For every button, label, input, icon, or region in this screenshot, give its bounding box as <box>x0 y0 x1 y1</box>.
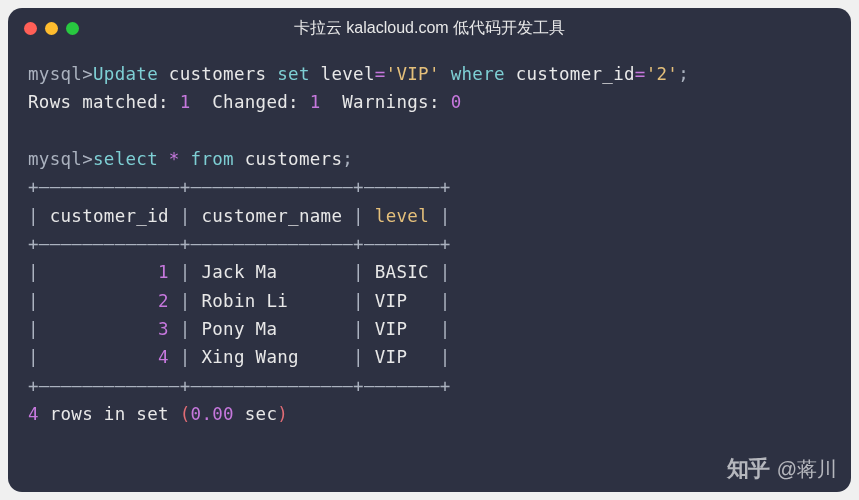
table-row: | 2 | Robin Li | VIP | <box>28 287 831 315</box>
table-name: customers <box>234 149 342 169</box>
changed-label: Changed: <box>191 92 310 112</box>
table-border-top: +—————————————+———————————————+———————+ <box>28 173 831 201</box>
rows-matched-value: 1 <box>180 92 191 112</box>
cell-name: Jack Ma <box>201 262 342 282</box>
col-header-level: level <box>375 206 429 226</box>
val-2: '2' <box>646 64 679 84</box>
semicolon: ; <box>678 64 689 84</box>
table-body: | 1 | Jack Ma | BASIC || 2 | Robin Li | … <box>28 258 831 371</box>
equals: = <box>375 64 386 84</box>
table-row: | 4 | Xing Wang | VIP | <box>28 343 831 371</box>
kw-update: Update <box>93 64 158 84</box>
time-value: 0.00 <box>191 404 234 424</box>
zhihu-logo: 知乎 <box>727 454 769 484</box>
cell-id: 3 <box>50 319 169 339</box>
col-header-name: customer_name <box>191 206 354 226</box>
maximize-icon[interactable] <box>66 22 79 35</box>
star: * <box>158 149 191 169</box>
cell-name: Robin Li <box>201 291 342 311</box>
table-border-bottom: +—————————————+———————————————+———————+ <box>28 372 831 400</box>
sec-label: sec <box>234 404 277 424</box>
semicolon: ; <box>342 149 353 169</box>
sql-select-line: mysql>select * from customers; <box>28 145 831 173</box>
sql-update-line: mysql>Update customers set level='VIP' w… <box>28 60 831 88</box>
warnings-label: Warnings: <box>321 92 451 112</box>
rows-matched-label: Rows matched: <box>28 92 180 112</box>
cell-id: 1 <box>50 262 169 282</box>
warnings-value: 0 <box>451 92 462 112</box>
changed-value: 1 <box>310 92 321 112</box>
cell-name: Pony Ma <box>201 319 342 339</box>
kw-set: set <box>277 64 310 84</box>
paren-close: ) <box>277 404 288 424</box>
minimize-icon[interactable] <box>45 22 58 35</box>
kw-select: select <box>93 149 158 169</box>
cell-id: 4 <box>50 347 169 367</box>
cell-level: VIP <box>375 347 429 367</box>
cell-level: BASIC <box>375 262 429 282</box>
update-result-line: Rows matched: 1 Changed: 1 Warnings: 0 <box>28 88 831 116</box>
row-count: 4 <box>28 404 39 424</box>
cell-level: VIP <box>375 319 429 339</box>
paren-open: ( <box>180 404 191 424</box>
rows-in-set-label: rows in set <box>39 404 180 424</box>
prompt: mysql> <box>28 149 93 169</box>
pipe: | <box>440 206 451 226</box>
col-header-id: customer_id <box>39 206 180 226</box>
val-vip: 'VIP' <box>386 64 440 84</box>
kw-from: from <box>191 149 234 169</box>
pipe: | <box>28 206 39 226</box>
watermark-author: @蒋川 <box>777 456 837 483</box>
terminal-content[interactable]: mysql>Update customers set level='VIP' w… <box>8 48 851 440</box>
titlebar: 卡拉云 kalacloud.com 低代码开发工具 <box>8 8 851 48</box>
cell-level: VIP <box>375 291 429 311</box>
close-icon[interactable] <box>24 22 37 35</box>
pipe: | <box>180 206 191 226</box>
prompt: mysql> <box>28 64 93 84</box>
table-row: | 3 | Pony Ma | VIP | <box>28 315 831 343</box>
result-footer: 4 rows in set (0.00 sec) <box>28 400 831 428</box>
pipe: | <box>353 206 364 226</box>
watermark: 知乎 @蒋川 <box>727 454 837 484</box>
equals: = <box>635 64 646 84</box>
table-name: customers <box>158 64 277 84</box>
col-level: level <box>310 64 375 84</box>
traffic-lights <box>24 22 79 35</box>
table-row: | 1 | Jack Ma | BASIC | <box>28 258 831 286</box>
cell-id: 2 <box>50 291 169 311</box>
kw-where: where <box>440 64 505 84</box>
blank-line <box>28 117 831 145</box>
cell-name: Xing Wang <box>201 347 342 367</box>
table-header-row: | customer_id | customer_name | level | <box>28 202 831 230</box>
terminal-window: 卡拉云 kalacloud.com 低代码开发工具 mysql>Update c… <box>8 8 851 492</box>
col-cid: customer_id <box>505 64 635 84</box>
window-title: 卡拉云 kalacloud.com 低代码开发工具 <box>294 18 565 39</box>
table-border-mid: +—————————————+———————————————+———————+ <box>28 230 831 258</box>
